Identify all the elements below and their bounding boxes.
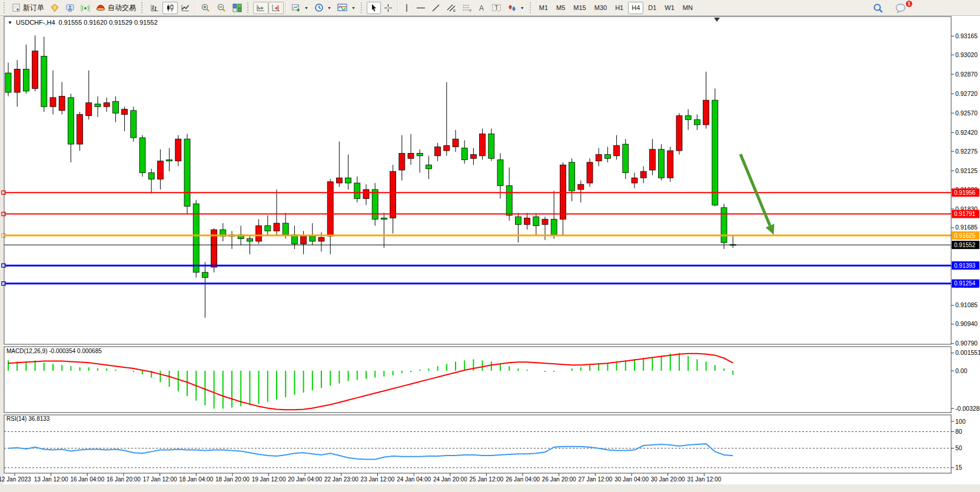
tab-timeframe-m30[interactable]: M30	[591, 2, 610, 14]
zoom-out-button[interactable]	[214, 2, 230, 14]
tab-timeframe-m5[interactable]: M5	[553, 2, 569, 14]
candle	[533, 217, 539, 225]
candle	[372, 190, 378, 220]
svg-text:0.90790: 0.90790	[955, 340, 978, 347]
hline-handle	[2, 282, 5, 285]
svg-text:0.91085: 0.91085	[955, 301, 978, 308]
new-chart-button[interactable]: ▼	[288, 2, 311, 14]
new-chart-icon	[291, 4, 301, 12]
zoom-in-button[interactable]	[198, 2, 214, 14]
cursor-button[interactable]	[367, 2, 381, 14]
candle	[614, 145, 620, 156]
candle	[470, 155, 476, 159]
chart-title-bar[interactable]: ▼ USDCHF-,H4 0.91555 0.91620 0.91529 0.9…	[8, 19, 158, 26]
candle	[112, 101, 118, 113]
main-toolbar: 新订单 自动交易 ▼ ▼	[0, 0, 980, 16]
svg-text:0.92570: 0.92570	[955, 109, 978, 117]
tab-timeframe-h1[interactable]: H1	[612, 2, 627, 14]
candle	[694, 119, 700, 125]
new-order-button[interactable]: 新订单	[9, 2, 47, 14]
svg-text:16 Jan 20:00: 16 Jan 20:00	[107, 476, 141, 483]
fibonacci-button[interactable]: F	[459, 2, 475, 14]
svg-text:25 Jan 12:00: 25 Jan 12:00	[470, 476, 504, 483]
auto-trading-button[interactable]: 自动交易	[93, 2, 139, 14]
tab-timeframe-m15[interactable]: M15	[570, 2, 589, 14]
market-button[interactable]	[62, 2, 78, 14]
tab-timeframe-h4[interactable]: H4	[628, 2, 643, 14]
tab-timeframe-m1[interactable]: M1	[536, 2, 552, 14]
chart-line-button[interactable]	[178, 2, 193, 14]
svg-text:100: 100	[955, 418, 966, 425]
trendline-button[interactable]	[428, 2, 443, 14]
svg-text:0.91625: 0.91625	[954, 232, 976, 239]
svg-text:0.91791: 0.91791	[954, 211, 976, 217]
candle	[408, 153, 414, 158]
hline-handle	[2, 191, 5, 194]
svg-text:26 Jan 04:00: 26 Jan 04:00	[506, 476, 540, 483]
auto-scroll-button[interactable]	[253, 2, 268, 14]
svg-text:80: 80	[955, 428, 962, 435]
svg-text:20 Jan 04:00: 20 Jan 04:00	[288, 476, 322, 483]
candle	[480, 134, 486, 155]
tab-timeframe-mn[interactable]: MN	[679, 2, 696, 14]
notifications-button[interactable]: 1	[892, 2, 909, 14]
candle	[247, 239, 253, 241]
candle	[77, 114, 83, 144]
svg-text:16 Jan 04:00: 16 Jan 04:00	[70, 476, 104, 483]
dropdown-caret: ▼	[520, 6, 524, 10]
svg-text:12 Jan 2023: 12 Jan 2023	[0, 476, 31, 483]
candle	[14, 69, 20, 92]
candle	[363, 190, 369, 198]
toolbar-grip	[530, 2, 533, 13]
chart-candles-button[interactable]	[162, 2, 178, 14]
svg-text:0.00: 0.00	[955, 367, 968, 374]
tile-windows-button[interactable]	[230, 2, 245, 14]
toolbar-grip	[141, 2, 145, 13]
arrows-tool-icon	[507, 4, 517, 12]
svg-text:-0.00328: -0.00328	[955, 405, 980, 412]
chart-bars-button[interactable]	[147, 2, 162, 14]
vertical-line-icon	[403, 4, 410, 12]
window-menu-icon[interactable]: ▼	[8, 20, 12, 25]
text-label-button[interactable]: T	[489, 2, 504, 14]
candle	[685, 116, 691, 120]
candle	[390, 171, 396, 218]
candle	[265, 226, 271, 231]
toolbar-grip	[247, 2, 251, 13]
svg-text:A: A	[479, 4, 484, 12]
svg-text:0.92420: 0.92420	[955, 129, 978, 136]
rsi-indicator-label: RSI(14) 36.8133	[6, 415, 49, 422]
svg-text:22 Jan 23:00: 22 Jan 23:00	[324, 476, 358, 483]
svg-text:24 Jan 20:00: 24 Jan 20:00	[433, 476, 467, 483]
candle	[354, 183, 360, 198]
tab-timeframe-w1[interactable]: W1	[661, 2, 678, 14]
equidistant-channel-button[interactable]: E	[443, 2, 459, 14]
crosshair-button[interactable]	[381, 2, 396, 14]
text-button[interactable]: A	[475, 2, 489, 14]
candle	[721, 208, 727, 242]
vertical-line-button[interactable]	[400, 2, 413, 14]
chart-canvas[interactable]: 0.931650.930200.928700.927200.925700.924…	[0, 0, 980, 492]
community-button[interactable]	[47, 2, 62, 14]
crosshair-icon	[384, 4, 393, 12]
svg-text:0.91254: 0.91254	[954, 280, 976, 287]
search-button[interactable]	[870, 2, 886, 14]
candle	[23, 69, 29, 91]
svg-text:15: 15	[955, 464, 962, 471]
hline-handle	[2, 212, 5, 216]
candle	[32, 51, 38, 89]
arrows-tool-button[interactable]: ▼	[504, 2, 527, 14]
candle	[444, 145, 450, 151]
horizontal-line-button[interactable]	[413, 2, 428, 14]
period-button[interactable]: ▼	[311, 2, 334, 14]
chart-shift-button[interactable]	[268, 2, 284, 14]
tab-timeframe-d1[interactable]: D1	[645, 2, 660, 14]
candle	[157, 161, 163, 179]
signals-button[interactable]	[78, 2, 93, 14]
candle	[274, 223, 280, 231]
indicators-button[interactable]: ▼	[334, 2, 358, 14]
candle	[59, 97, 65, 111]
candle	[703, 100, 709, 125]
svg-text:0.92125: 0.92125	[955, 167, 978, 174]
candle	[327, 182, 333, 236]
